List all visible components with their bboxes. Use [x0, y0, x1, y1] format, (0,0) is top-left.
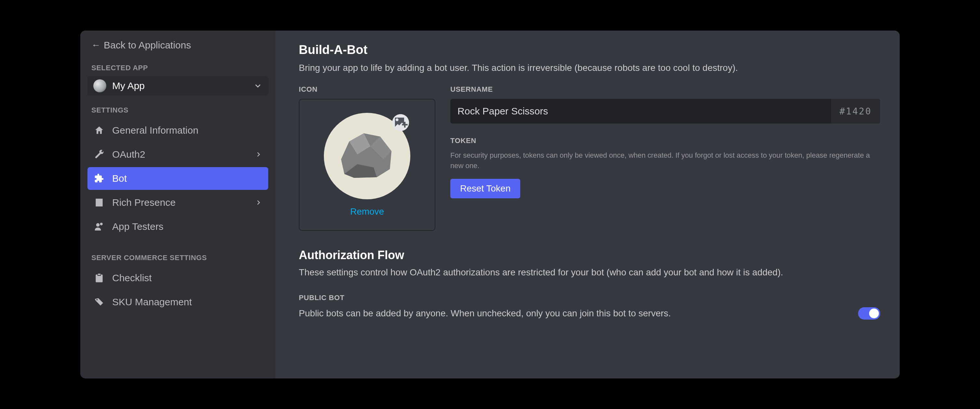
- icon-label: Icon: [299, 85, 435, 94]
- server-commerce-header: Server Commerce Settings: [87, 254, 269, 262]
- sidebar-item-label: App Testers: [112, 221, 164, 232]
- sidebar-item-label: OAuth2: [112, 149, 145, 160]
- reset-token-button[interactable]: Reset Token: [450, 179, 520, 198]
- testers-icon: [93, 221, 105, 232]
- sidebar-item-checklist[interactable]: Checklist: [88, 267, 268, 290]
- chevron-right-icon: [255, 151, 262, 158]
- sidebar: ← Back to Applications Selected App My A…: [80, 30, 275, 379]
- chevron-down-icon: [253, 81, 262, 91]
- bot-avatar-preview: [324, 113, 410, 199]
- rock-illustration-icon: [334, 129, 399, 184]
- app-avatar-icon: [93, 80, 106, 92]
- svg-point-0: [96, 223, 100, 227]
- sidebar-item-app-testers[interactable]: App Testers: [88, 215, 268, 238]
- settings-header: Settings: [87, 106, 269, 115]
- document-icon: [93, 197, 105, 208]
- wrench-icon: [93, 149, 105, 160]
- public-bot-toggle[interactable]: [858, 307, 880, 320]
- tags-icon: [93, 297, 105, 307]
- remove-icon-link[interactable]: Remove: [350, 207, 384, 217]
- public-bot-desc: Public bots can be added by anyone. When…: [299, 308, 845, 318]
- app-window: ← Back to Applications Selected App My A…: [80, 30, 900, 379]
- public-bot-label: Public Bot: [299, 294, 880, 302]
- chevron-right-icon: [255, 199, 262, 207]
- upload-image-icon: [392, 114, 409, 131]
- clipboard-icon: [93, 273, 105, 283]
- toggle-knob: [869, 309, 879, 318]
- discriminator-tag: #1420: [831, 99, 880, 124]
- app-name: My App: [112, 80, 253, 91]
- username-input[interactable]: [450, 99, 831, 124]
- app-selector[interactable]: My App: [88, 76, 268, 95]
- back-to-applications-link[interactable]: ← Back to Applications: [87, 40, 269, 51]
- sidebar-item-bot[interactable]: Bot: [88, 167, 268, 190]
- sidebar-item-rich-presence[interactable]: Rich Presence: [88, 191, 268, 214]
- sidebar-item-label: Bot: [112, 173, 127, 184]
- arrow-left-icon: ←: [91, 41, 100, 50]
- sidebar-item-general-information[interactable]: General Information: [88, 119, 268, 142]
- selected-app-header: Selected App: [87, 64, 269, 72]
- sidebar-item-label: Rich Presence: [112, 197, 176, 208]
- sidebar-item-oauth2[interactable]: OAuth2: [88, 143, 268, 166]
- home-icon: [93, 125, 105, 135]
- sidebar-item-sku-management[interactable]: SKU Management: [88, 291, 268, 314]
- back-label: Back to Applications: [104, 40, 191, 51]
- sidebar-item-label: Checklist: [112, 272, 152, 283]
- main-content: Build-A-Bot Bring your app to life by ad…: [275, 30, 900, 379]
- token-label: Token: [450, 137, 880, 145]
- sidebar-item-label: General Information: [112, 125, 198, 136]
- auth-flow-desc: These settings control how OAuth2 author…: [299, 266, 880, 279]
- username-field-wrap: #1420: [450, 99, 880, 124]
- page-subtitle: Bring your app to life by adding a bot u…: [299, 62, 880, 74]
- sidebar-item-label: SKU Management: [112, 296, 192, 307]
- token-help-text: For security purposes, tokens can only b…: [450, 150, 880, 171]
- page-title: Build-A-Bot: [299, 43, 880, 57]
- bot-icon-upload[interactable]: Remove: [299, 99, 435, 231]
- auth-flow-title: Authorization Flow: [299, 248, 880, 262]
- username-label: Username: [450, 85, 880, 94]
- puzzle-icon: [93, 173, 105, 184]
